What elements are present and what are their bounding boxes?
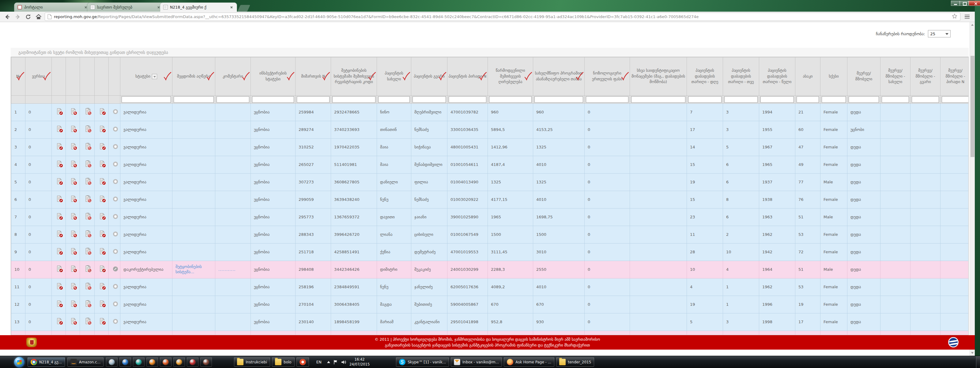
col-header-case_cost[interactable]: წარმოდგენილი შემთხვევის ღირებულება: [488, 58, 533, 96]
view-record-icon[interactable]: [70, 265, 78, 274]
row-radio-button[interactable]: [113, 284, 118, 289]
view-record-icon[interactable]: [70, 108, 78, 117]
taskbar-button[interactable]: tender_2015: [556, 357, 594, 367]
taskbar-button[interactable]: Ask Home Page - ...: [504, 357, 554, 367]
copy-record-icon[interactable]: [84, 108, 92, 117]
col-header-age[interactable]: ასაკი: [795, 58, 821, 96]
col-header-reg_code[interactable]: შეტყობინების სისტემაში შემთხვევის რეგისტ…: [331, 58, 377, 96]
col-header-icon0[interactable]: [52, 58, 66, 96]
row-radio-button[interactable]: [113, 232, 118, 237]
new-tab-button[interactable]: [237, 5, 250, 12]
view-record-icon[interactable]: [70, 230, 78, 239]
comment-link[interactable]: ...........: [218, 267, 235, 272]
copy-record-icon[interactable]: [84, 195, 92, 204]
fill-form-icon[interactable]: [99, 230, 106, 239]
close-button[interactable]: [969, 1, 980, 6]
fill-form-icon[interactable]: [99, 300, 106, 309]
col-header-inspection[interactable]: ინსპექტირების სტატუსი: [251, 58, 296, 96]
filter-input-last_name[interactable]: [412, 96, 446, 103]
forward-button[interactable]: [13, 13, 22, 21]
filter-input-birth_day[interactable]: [688, 96, 722, 103]
back-button[interactable]: [3, 13, 11, 21]
tab-n218-4-active[interactable]: N218_4 გეგმიური ქ: [160, 2, 237, 12]
col-header-sex[interactable]: სქესი: [821, 58, 847, 96]
filter-input-guardian_pid[interactable]: [942, 96, 969, 103]
col-header-other_id[interactable]: სხვა საიდენტიფიკაციო მონაცემები (მაგ., დ…: [630, 58, 687, 96]
row-radio-button[interactable]: [113, 197, 118, 202]
row-radio-button[interactable]: [113, 319, 118, 324]
fill-form-icon[interactable]: [99, 125, 106, 134]
edit-record-icon[interactable]: [56, 265, 64, 274]
edit-record-icon[interactable]: [56, 318, 64, 326]
col-header-birth_month[interactable]: პაციენტის დაბადების თარიღი - თვე: [723, 58, 759, 96]
status-filter-dropdown-icon[interactable]: [152, 74, 157, 79]
row-radio-button[interactable]: [113, 214, 118, 219]
copy-record-icon[interactable]: [84, 143, 92, 152]
col-header-comment[interactable]: კომენტარი: [215, 58, 251, 96]
col-header-birth_day[interactable]: პაციენტის დაბადების თარიღი - დღე: [687, 58, 723, 96]
view-record-icon[interactable]: [70, 125, 78, 134]
view-record-icon[interactable]: [70, 195, 78, 204]
filter-input-sex[interactable]: [822, 96, 846, 103]
row-radio-button[interactable]: [113, 301, 118, 306]
edit-record-icon[interactable]: [56, 108, 64, 117]
view-record-icon[interactable]: [70, 283, 78, 292]
col-header-nosology_price[interactable]: ნოზოლოგიური ერთეულის ფასი: [585, 58, 630, 96]
row-radio-button[interactable]: [113, 144, 118, 149]
row-radio-button[interactable]: [113, 249, 118, 254]
edit-record-icon[interactable]: [56, 283, 64, 292]
copy-record-icon[interactable]: [84, 230, 92, 239]
filter-input-comment[interactable]: [216, 96, 249, 103]
scroll-down-icon[interactable]: [971, 352, 974, 354]
edit-record-icon[interactable]: [56, 160, 64, 169]
taskbar-quick-opera[interactable]: [146, 357, 158, 367]
view-record-icon[interactable]: [70, 143, 78, 152]
fill-form-icon[interactable]: [99, 213, 106, 222]
taskbar-quick-media-player[interactable]: [133, 357, 145, 367]
copy-record-icon[interactable]: [84, 178, 92, 187]
fill-form-icon[interactable]: [99, 265, 106, 274]
copy-record-icon[interactable]: [84, 283, 92, 292]
address-bar[interactable]: reporting.moh.gov.ge/Reporting/Pages/Dat…: [45, 13, 960, 21]
col-header-guardian_surname[interactable]: მეურვე/მშობელი - გვარი: [910, 58, 940, 96]
edit-record-icon[interactable]: [56, 213, 64, 222]
view-record-icon[interactable]: [70, 178, 78, 187]
error-description-link[interactable]: შეტყობინების სისტემა...: [175, 264, 202, 274]
filter-input-reg_code[interactable]: [332, 96, 375, 103]
fill-form-icon[interactable]: [99, 283, 106, 292]
refresh-button[interactable]: [24, 13, 32, 21]
taskbar-quick-internet-explorer[interactable]: [119, 357, 131, 367]
view-record-icon[interactable]: [70, 213, 78, 222]
col-header-referral[interactable]: მიმართვის N: [296, 58, 331, 96]
scrollbar-thumb[interactable]: [970, 56, 975, 157]
edit-record-icon[interactable]: [56, 125, 64, 134]
edit-record-icon[interactable]: [56, 195, 64, 204]
copy-record-icon[interactable]: [84, 265, 92, 274]
fill-form-icon[interactable]: [99, 178, 106, 187]
col-header-last_name[interactable]: პაციენტის გვარი: [411, 58, 447, 96]
taskbar-quick-app-orange[interactable]: [173, 357, 185, 367]
copy-record-icon[interactable]: [84, 300, 92, 309]
start-button[interactable]: [14, 357, 24, 367]
filter-input-state_amount[interactable]: [535, 96, 583, 103]
filter-input-inspection[interactable]: [252, 96, 294, 103]
fill-form-icon[interactable]: [99, 248, 106, 257]
browser-menu-icon[interactable]: [963, 13, 972, 21]
copy-record-icon[interactable]: [84, 160, 92, 169]
filter-input-nosology_price[interactable]: [586, 96, 628, 103]
maximize-button[interactable]: [960, 1, 969, 6]
edit-record-icon[interactable]: [56, 300, 64, 309]
copy-record-icon[interactable]: [84, 248, 92, 257]
volume-icon[interactable]: [341, 360, 346, 365]
taskbar-quick-app-red[interactable]: [187, 357, 199, 367]
filter-input-status[interactable]: [122, 96, 171, 103]
copy-record-icon[interactable]: [84, 318, 92, 326]
bookmark-star-icon[interactable]: [951, 13, 958, 21]
edit-record-icon[interactable]: [56, 178, 64, 187]
filter-input-age[interactable]: [797, 96, 819, 103]
filter-input-referral[interactable]: [297, 96, 329, 103]
filter-input-case_cost[interactable]: [489, 96, 531, 103]
col-header-version[interactable]: ვერსია: [25, 58, 52, 96]
records-count-select[interactable]: 25: [928, 30, 951, 37]
filter-input-first_name[interactable]: [378, 96, 410, 103]
